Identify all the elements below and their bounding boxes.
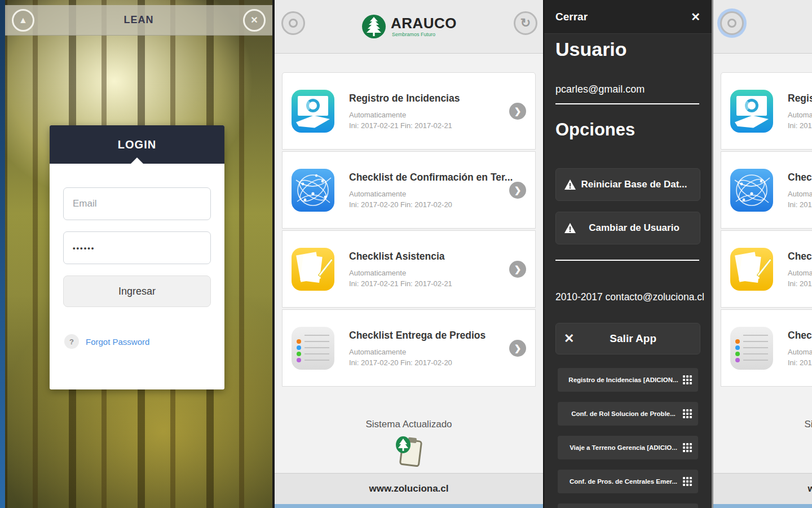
notes-icon	[292, 248, 334, 291]
forgot-password-link[interactable]: Forgot Password	[86, 337, 149, 347]
list-icon	[292, 327, 334, 370]
warning-icon	[564, 179, 576, 190]
shortcut-label: Conf. de Pros. de Centrales Emer...	[564, 478, 683, 485]
list-item[interactable]: Checklist de Confirmación en Ter... Auto…	[721, 151, 812, 229]
item-dates: Ini: 2017-02-21 Fin: 2017-02-21	[349, 121, 526, 130]
list-item[interactable]: Checklist de Confirmación en Ter... Auto…	[282, 151, 536, 229]
login-panel: ▲ LEAN ✕ LOGIN Ingresar ? Forgot Passwor…	[0, 0, 272, 508]
email-field[interactable]	[63, 187, 211, 220]
reset-database-button[interactable]: Reiniciar Base de Dat...	[555, 168, 700, 201]
app-panel-clipped: Registro de Incidencias Automaticamente …	[713, 0, 812, 508]
chevron-right-icon[interactable]: ❯	[509, 103, 526, 120]
login-heading: LOGIN	[118, 138, 156, 151]
close-icon: ✕	[250, 15, 258, 25]
arauco-tree-icon	[361, 14, 387, 40]
warning-icon	[564, 222, 576, 234]
brand-tagline: Sembramos Futuro	[391, 32, 457, 37]
close-icon[interactable]: ✕	[691, 10, 700, 24]
button-label: Salir App	[574, 332, 692, 345]
network-icon	[292, 169, 334, 212]
grid-icon	[683, 409, 692, 418]
menu-panel: Cerrar ✕ Usuario pcarles@gmail.com Opcio…	[544, 0, 712, 508]
checklist-list: Registro de Incidencias Automaticamente …	[713, 54, 812, 387]
login-header-notch	[131, 157, 143, 164]
footer-url[interactable]: www.zoluciona.cl	[369, 483, 448, 494]
brand-logo: ARAUCO Sembramos Futuro	[361, 14, 457, 40]
target-icon	[727, 19, 736, 28]
button-label: Reiniciar Base de Dat...	[576, 179, 692, 190]
nav-up-icon: ▲	[19, 15, 28, 25]
item-title: Checklist de Confirmación en Ter...	[349, 172, 526, 183]
item-subtitle: Automaticamente	[349, 190, 526, 198]
grid-icon	[683, 443, 692, 452]
list-item[interactable]: Checklist Entrega de Predios Automaticam…	[282, 309, 536, 387]
app-header-bar	[713, 0, 812, 54]
target-nav-button[interactable]	[720, 11, 744, 35]
divider	[555, 260, 699, 261]
chevron-right-icon[interactable]: ❯	[509, 182, 526, 199]
menu-header-bar: Cerrar ✕	[544, 0, 712, 34]
network-icon	[730, 169, 773, 212]
target-icon	[289, 19, 298, 28]
login-card-header: LOGIN	[50, 125, 224, 164]
shortcut-item[interactable]: Conf. de Pros. de Centrales Emer...	[558, 470, 698, 493]
item-title: Registro de Incidencias	[349, 93, 526, 104]
cerrar-button[interactable]: Cerrar	[555, 11, 588, 23]
nav-home-button[interactable]: ▲	[12, 9, 34, 32]
login-form: Ingresar ? Forgot Password	[50, 164, 224, 349]
bottom-accent-strip	[713, 504, 812, 508]
user-email: pcarles@gmail.com	[555, 84, 645, 95]
chevron-right-icon[interactable]: ❯	[509, 340, 526, 357]
password-field[interactable]	[63, 231, 211, 264]
list-icon	[730, 327, 773, 370]
shortcut-item-partial[interactable]	[558, 503, 698, 508]
app-footer-bar: www.zoluciona.cl	[275, 473, 543, 504]
incidents-icon	[292, 90, 334, 133]
status-block: Sistema Actualizado	[275, 419, 543, 470]
left-edge-strip	[0, 0, 5, 508]
login-submit-button[interactable]: Ingresar	[63, 275, 211, 307]
target-nav-button[interactable]	[281, 11, 305, 35]
close-window-button[interactable]: ✕	[243, 9, 266, 32]
item-dates: Ini: 2017-02-20 Fin: 2017-02-20	[349, 200, 526, 209]
item-dates: Ini: 2017-02-20 Fin: 2017-02-20	[349, 358, 526, 367]
shortcut-label: Conf. de Rol Solucion de Proble...	[564, 410, 683, 417]
app-header-bar: ARAUCO Sembramos Futuro ↻	[275, 0, 543, 54]
shortcut-item[interactable]: Registro de Incidencias [ADICION...	[558, 368, 698, 392]
divider	[555, 103, 699, 104]
button-label: Cambiar de Usuario	[576, 222, 692, 234]
chevron-right-icon[interactable]: ❯	[509, 261, 526, 278]
brand-name: ARAUCO	[391, 16, 457, 30]
list-item[interactable]: Checklist Asistencia Automaticamente Ini…	[721, 230, 812, 308]
list-item[interactable]: Registro de Incidencias Automaticamente …	[282, 72, 536, 150]
shortcut-label: Viaje a Terreno Gerencia [ADICIO...	[564, 444, 683, 451]
shortcut-item[interactable]: Viaje a Terreno Gerencia [ADICIO...	[558, 436, 698, 459]
copyright-text: 2010-2017 contacto@zoluciona.cl	[555, 291, 704, 303]
user-heading: Usuario	[555, 38, 627, 60]
app-footer-bar: www.zoluciona.cl	[713, 473, 812, 504]
change-user-button[interactable]: Cambiar de Usuario	[555, 212, 700, 244]
list-item[interactable]: Checklist Entrega de Predios Automaticam…	[721, 309, 812, 387]
screenshot-stage: ▲ LEAN ✕ LOGIN Ingresar ? Forgot Passwor…	[0, 0, 812, 508]
shortcut-item[interactable]: Conf. de Rol Solucion de Proble...	[558, 402, 698, 426]
list-item[interactable]: Checklist Asistencia Automaticamente Ini…	[282, 230, 536, 308]
question-icon: ?	[64, 334, 79, 349]
refresh-button[interactable]: ↻	[514, 11, 537, 35]
item-subtitle: Automaticamente	[349, 111, 526, 119]
shortcut-label: Registro de Incidencias [ADICION...	[564, 376, 683, 383]
status-text: Sistema Actualizado	[275, 419, 543, 430]
bottom-accent-strip	[275, 504, 543, 508]
grid-icon	[683, 477, 692, 486]
list-item[interactable]: Registro de Incidencias Automaticamente …	[721, 72, 812, 150]
item-dates: Ini: 2017-02-21 Fin: 2017-02-21	[349, 279, 526, 288]
item-title: Checklist Entrega de Predios	[349, 330, 526, 341]
grid-icon	[683, 375, 692, 384]
item-subtitle: Automaticamente	[349, 269, 526, 277]
exit-icon: ✕	[564, 331, 574, 346]
exit-app-button[interactable]: ✕ Salir App	[555, 323, 700, 354]
item-title: Checklist Asistencia	[349, 251, 526, 262]
lean-header-bar: ▲ LEAN ✕	[5, 5, 272, 36]
login-card: LOGIN Ingresar ? Forgot Password	[50, 125, 224, 389]
forgot-password-row: ? Forgot Password	[63, 334, 211, 349]
item-subtitle: Automaticamente	[349, 348, 526, 356]
